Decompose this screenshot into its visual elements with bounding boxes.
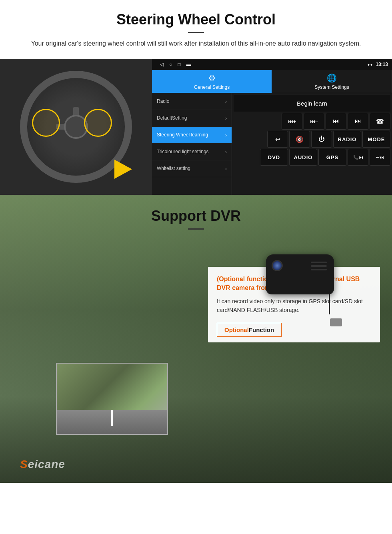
wheel-illustration bbox=[12, 63, 140, 191]
optional-label: Optional bbox=[224, 326, 249, 333]
dvr-info-box: (Optional function, require to buy exter… bbox=[208, 267, 380, 342]
nav-icons: ◁ ○ □ ▬ bbox=[160, 62, 191, 67]
steering-section: Steering Wheel Control Your original car… bbox=[0, 0, 392, 195]
next-btn[interactable]: ⏭ bbox=[348, 113, 368, 130]
begin-learn-button[interactable]: Begin learn bbox=[234, 95, 390, 112]
dvr-title: Support DVR bbox=[0, 208, 392, 224]
menu-icon: ▬ bbox=[186, 62, 191, 67]
signal-icon: ▾ ▾ bbox=[368, 62, 373, 67]
tab-general-settings[interactable]: ⚙ General Settings bbox=[152, 70, 272, 93]
yellow-circle-left bbox=[32, 109, 60, 137]
back-icon: ◁ bbox=[160, 62, 164, 67]
back-next-btn[interactable]: ↩⏭ bbox=[370, 149, 390, 166]
gear-icon: ⚙ bbox=[208, 73, 216, 83]
camera-cable bbox=[329, 290, 330, 314]
menu-item-tricoloured[interactable]: Tricoloured light settings › bbox=[152, 144, 232, 160]
control-row-3: DVD AUDIO GPS 📞⏮ ↩⏭ bbox=[234, 149, 390, 166]
function-label: Function bbox=[249, 326, 274, 333]
control-row-2: ↩ 🔇 ⏻ RADIO MODE bbox=[234, 131, 390, 148]
vol-up-btn[interactable]: ⏮+ bbox=[282, 113, 302, 130]
menu-item-whitelist[interactable]: Whitelist setting › bbox=[152, 160, 232, 177]
globe-icon: 🌐 bbox=[327, 73, 337, 83]
camera-body bbox=[266, 254, 334, 294]
android-ui: ◁ ○ □ ▬ ▾ ▾ 13:13 ⚙ General Settings 🌐 S… bbox=[152, 59, 392, 195]
header-divider bbox=[188, 32, 204, 33]
steering-container: ◁ ○ □ ▬ ▾ ▾ 13:13 ⚙ General Settings 🌐 S… bbox=[0, 59, 392, 195]
menu-list: Radio › DefaultSetting › Steering Wheel … bbox=[152, 93, 232, 195]
menu-item-default[interactable]: DefaultSetting › bbox=[152, 110, 232, 127]
control-row-1: ⏮+ ⏮– ⏮ ⏭ ☎ bbox=[234, 113, 390, 130]
yellow-circle-right bbox=[84, 109, 112, 137]
radio-btn[interactable]: RADIO bbox=[333, 131, 361, 148]
dvd-btn[interactable]: DVD bbox=[260, 149, 288, 166]
tab-system-label: System Settings bbox=[314, 84, 349, 90]
home-icon: ○ bbox=[169, 62, 172, 67]
back-btn[interactable]: ↩ bbox=[267, 131, 288, 148]
dvr-header: Support DVR bbox=[0, 195, 392, 236]
recents-icon: □ bbox=[178, 62, 180, 67]
tab-general-label: General Settings bbox=[194, 84, 230, 90]
chevron-right-icon: › bbox=[225, 132, 227, 138]
chevron-right-icon: › bbox=[225, 149, 227, 155]
vol-down-btn[interactable]: ⏮– bbox=[304, 113, 324, 130]
mode-btn[interactable]: MODE bbox=[362, 131, 390, 148]
video-thumbnail bbox=[56, 363, 168, 435]
camera-vents bbox=[311, 262, 327, 270]
power-btn[interactable]: ⏻ bbox=[311, 131, 332, 148]
audio-btn[interactable]: AUDIO bbox=[289, 149, 317, 166]
status-time: 13:13 bbox=[376, 62, 388, 67]
chevron-right-icon: › bbox=[225, 116, 227, 121]
prev-btn[interactable]: ⏮ bbox=[326, 113, 346, 130]
optional-function-button[interactable]: Optional Function bbox=[217, 323, 282, 337]
dvr-divider bbox=[188, 228, 204, 230]
vent-line bbox=[311, 262, 327, 263]
mute-btn[interactable]: 🔇 bbox=[289, 131, 310, 148]
camera-lens bbox=[272, 260, 283, 271]
steering-bg bbox=[0, 59, 152, 195]
chevron-right-icon: › bbox=[225, 99, 227, 104]
road-line bbox=[111, 410, 113, 426]
arrow-icon bbox=[114, 160, 132, 179]
vent-line bbox=[311, 265, 327, 267]
menu-item-radio[interactable]: Radio › bbox=[152, 93, 232, 110]
vent-line bbox=[311, 269, 327, 270]
steering-title: Steering Wheel Control bbox=[24, 11, 368, 28]
menu-controls: Radio › DefaultSetting › Steering Wheel … bbox=[152, 93, 392, 195]
status-bar: ◁ ○ □ ▬ ▾ ▾ 13:13 bbox=[152, 59, 392, 70]
phone-prev-btn[interactable]: 📞⏮ bbox=[348, 149, 368, 166]
menu-item-steering[interactable]: Steering Wheel learning › bbox=[152, 127, 232, 144]
tab-system-settings[interactable]: 🌐 System Settings bbox=[272, 70, 392, 93]
steering-header: Steering Wheel Control Your original car… bbox=[0, 0, 392, 52]
phone-btn[interactable]: ☎ bbox=[370, 113, 390, 130]
chevron-right-icon: › bbox=[225, 166, 227, 172]
usb-connector bbox=[330, 318, 342, 326]
settings-tabs: ⚙ General Settings 🌐 System Settings bbox=[152, 70, 392, 93]
steering-description: Your original car's steering wheel contr… bbox=[24, 39, 368, 48]
begin-learn-row: Begin learn bbox=[234, 95, 390, 112]
dvr-camera-image bbox=[244, 254, 356, 318]
gps-btn[interactable]: GPS bbox=[318, 149, 346, 166]
seicane-brand: Seicane bbox=[20, 458, 65, 471]
control-panel: Begin learn ⏮+ ⏮– ⏮ ⏭ ☎ ↩ 🔇 ⏻ bbox=[232, 93, 392, 195]
dvr-section: Support DVR (Optional function, require … bbox=[0, 195, 392, 483]
